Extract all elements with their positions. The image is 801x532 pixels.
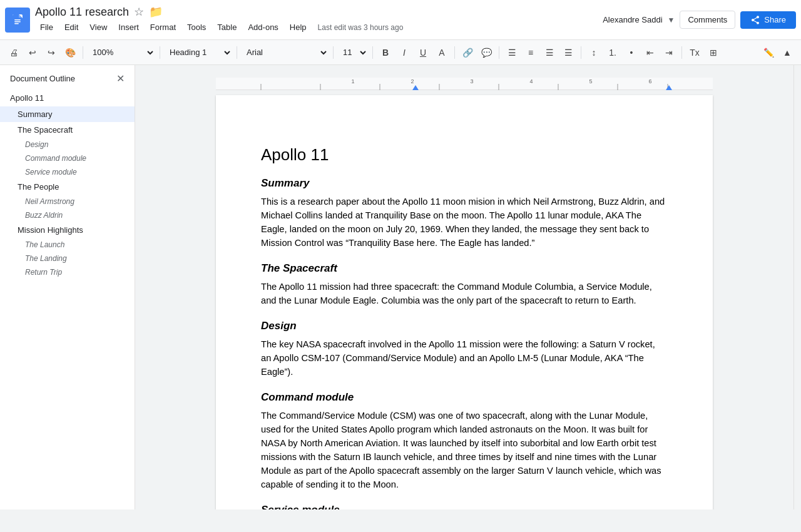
outline-item-design[interactable]: Design [0, 138, 135, 151]
app-icon [5, 8, 30, 33]
comment-button[interactable]: 💬 [477, 44, 495, 61]
clear-format-button[interactable]: Tx [686, 44, 703, 61]
bullet-list-button[interactable]: • [623, 44, 640, 61]
right-scrollbar-panel [793, 65, 801, 509]
heading-service-module: Service module [261, 504, 668, 509]
svg-text:5: 5 [589, 78, 592, 84]
section-service-module: Service module The Service Module contai… [261, 504, 668, 509]
body-summary[interactable]: This is a research paper about the Apoll… [261, 195, 668, 250]
divider-6 [454, 46, 455, 59]
star-icon[interactable]: ☆ [134, 5, 144, 19]
section-command-module: Command module The Command/Service Modul… [261, 391, 668, 491]
outline-item-return[interactable]: Return Trip [0, 265, 135, 279]
document-page[interactable]: Apollo 11 Summary This is a research pap… [216, 95, 713, 509]
comments-button[interactable]: Comments [680, 11, 735, 29]
outline-item-command-module[interactable]: Command module [0, 151, 135, 165]
divider-7 [499, 46, 499, 59]
document-area[interactable]: 1 2 3 4 5 6 Apollo 11 Summary This is a … [135, 65, 793, 509]
bold-button[interactable]: B [377, 44, 394, 61]
svg-text:6: 6 [648, 78, 651, 84]
divider-9 [681, 46, 682, 59]
menu-edit[interactable]: Edit [59, 20, 83, 34]
doc-main-title: Apollo 11 [261, 145, 668, 165]
column-layout-button[interactable]: ⊞ [705, 44, 722, 61]
top-right: Alexandre Saddi ▼ Comments Share [603, 11, 796, 29]
font-select[interactable]: Arial Times New Roman [241, 44, 329, 61]
font-size-select[interactable]: 11 12 14 [337, 44, 369, 61]
divider-5 [372, 46, 373, 59]
text-color-button[interactable]: A [433, 44, 451, 61]
outline-item-apollo11[interactable]: Apollo 11 [0, 90, 135, 106]
underline-button[interactable]: U [414, 44, 432, 61]
align-left-button[interactable]: ☰ [503, 44, 521, 61]
outline-item-launch[interactable]: The Launch [0, 238, 135, 252]
svg-marker-20 [666, 85, 672, 90]
align-center-button[interactable]: ≡ [522, 44, 539, 61]
align-justify-button[interactable]: ☰ [559, 44, 577, 61]
folder-icon[interactable]: 📁 [149, 5, 163, 19]
menu-table[interactable]: Table [212, 20, 242, 34]
body-spacecraft[interactable]: The Apollo 11 mission had three spacecra… [261, 280, 668, 307]
section-design: Design The key NASA spacecraft involved … [261, 320, 668, 379]
zoom-select[interactable]: 100% [87, 44, 156, 61]
divider-8 [581, 46, 581, 59]
title-area: Apollo 11 research ☆ 📁 File Edit View In… [35, 5, 603, 34]
sidebar-title: Document Outline [10, 74, 75, 83]
ruler: 1 2 3 4 5 6 [216, 78, 713, 90]
heading-style-select[interactable]: Heading 1 Normal text Heading 2 Heading … [164, 44, 233, 61]
outline-item-people[interactable]: The People [0, 179, 135, 195]
body-command-module[interactable]: The Command/Service Module (CSM) was one… [261, 409, 668, 491]
divider-2 [160, 46, 160, 59]
redo-button[interactable]: ↪ [43, 44, 60, 61]
svg-rect-2 [14, 19, 21, 21]
undo-button[interactable]: ↩ [24, 44, 41, 61]
outline-item-summary[interactable]: Summary [0, 106, 135, 122]
menu-help[interactable]: Help [285, 20, 312, 34]
last-edit: Last edit was 3 hours ago [318, 23, 404, 32]
svg-text:2: 2 [411, 78, 414, 84]
sidebar-close-button[interactable]: ✕ [116, 73, 125, 84]
svg-text:3: 3 [470, 78, 473, 84]
outline-item-neil[interactable]: Neil Armstrong [0, 195, 135, 208]
share-button[interactable]: Share [740, 11, 796, 29]
outline-item-spacecraft[interactable]: The Spacecraft [0, 122, 135, 138]
print-button[interactable]: 🖨 [5, 44, 23, 61]
outline-item-buzz[interactable]: Buzz Aldrin [0, 208, 135, 222]
heading-design: Design [261, 320, 668, 332]
heading-command-module: Command module [261, 391, 668, 404]
section-summary: Summary This is a research paper about t… [261, 177, 668, 250]
edit-mode-button[interactable]: ✏️ [760, 44, 777, 61]
section-spacecraft: The Spacecraft The Apollo 11 mission had… [261, 262, 668, 307]
user-name: Alexandre Saddi [603, 15, 662, 24]
line-spacing-button[interactable]: ↕ [585, 44, 603, 61]
divider-4 [333, 46, 334, 59]
toolbar: 🖨 ↩ ↪ 🎨 100% Heading 1 Normal text Headi… [0, 40, 801, 65]
outline-item-landing[interactable]: The Landing [0, 252, 135, 265]
svg-rect-3 [14, 21, 21, 23]
menu-file[interactable]: File [35, 20, 58, 34]
menu-format[interactable]: Format [145, 20, 181, 34]
menu-insert[interactable]: Insert [113, 20, 144, 34]
paint-format-button[interactable]: 🎨 [61, 44, 79, 61]
outline-item-service-module[interactable]: Service module [0, 165, 135, 179]
numbered-list-button[interactable]: 1. [604, 44, 621, 61]
outline-item-mission[interactable]: Mission Highlights [0, 222, 135, 238]
increase-indent-button[interactable]: ⇥ [660, 44, 678, 61]
heading-summary: Summary [261, 177, 668, 190]
body-design[interactable]: The key NASA spacecraft involved in the … [261, 337, 668, 379]
divider-3 [237, 46, 237, 59]
svg-text:4: 4 [529, 78, 533, 84]
doc-title[interactable]: Apollo 11 research [35, 6, 129, 19]
heading-spacecraft: The Spacecraft [261, 262, 668, 275]
link-button[interactable]: 🔗 [459, 44, 476, 61]
svg-marker-19 [412, 85, 419, 90]
menu-view[interactable]: View [84, 20, 112, 34]
align-right-button[interactable]: ☰ [541, 44, 558, 61]
italic-button[interactable]: I [395, 44, 413, 61]
collapse-toolbar-button[interactable]: ▲ [778, 44, 796, 61]
menu-addons[interactable]: Add-ons [243, 20, 283, 34]
decrease-indent-button[interactable]: ⇤ [641, 44, 659, 61]
menu-tools[interactable]: Tools [182, 20, 211, 34]
svg-text:1: 1 [351, 78, 354, 84]
divider-1 [83, 46, 83, 59]
